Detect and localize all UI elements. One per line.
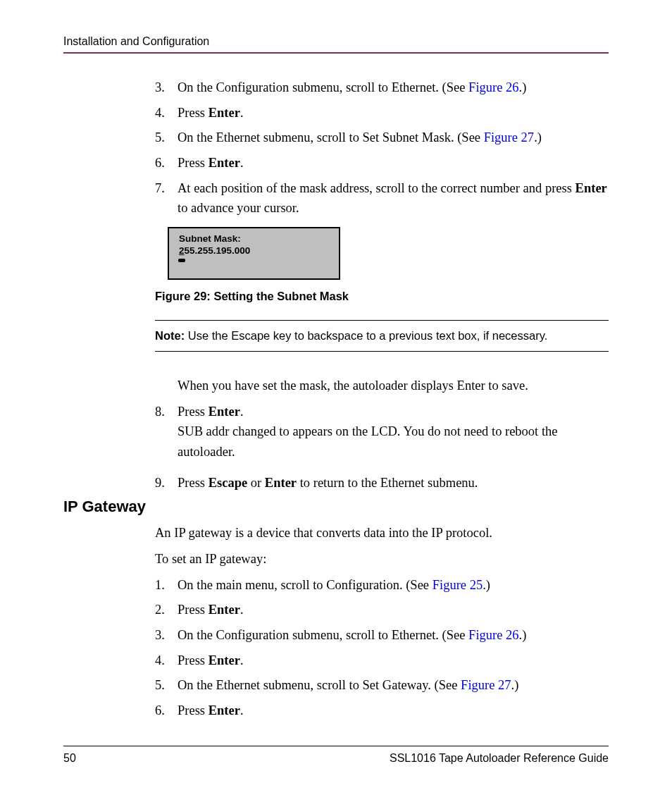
step-number: 5. [155, 128, 178, 148]
step-number: 1. [155, 575, 178, 596]
text-fragment: Press [178, 106, 209, 120]
step-item: 4. Press Enter. [155, 651, 609, 671]
text-fragment: Press [178, 703, 209, 717]
step-number: 7. [155, 178, 178, 218]
text-fragment: or [247, 476, 265, 490]
text-fragment: . [240, 405, 244, 419]
page-header: Installation and Configuration [63, 35, 609, 54]
paragraph: When you have set the mask, the autoload… [178, 376, 609, 396]
bold-text: Enter [209, 405, 240, 419]
step-list-a: 3. On the Configuration submenu, scroll … [155, 78, 609, 218]
step-item: 2. Press Enter. [155, 600, 609, 620]
step-number: 6. [155, 701, 178, 721]
page-number: 50 [63, 752, 76, 765]
step-number: 6. [155, 153, 178, 173]
text-fragment: Press [178, 156, 209, 170]
section-heading: IP Gateway [63, 498, 154, 516]
text-fragment: . [240, 603, 244, 617]
note-text: Use the Escape key to backspace to a pre… [185, 329, 547, 342]
lcd-line-1: Subnet Mask: [179, 233, 329, 245]
text-fragment: to return to the Ethernet submenu. [297, 476, 478, 490]
step-text: On the main menu, scroll to Configuratio… [178, 575, 609, 596]
step-text: At each position of the mask address, sc… [178, 178, 609, 218]
text-fragment: At each position of the mask address, sc… [178, 181, 575, 195]
step-item: 3. On the Configuration submenu, scroll … [155, 78, 609, 98]
step-number: 4. [155, 651, 178, 671]
text-fragment: Press [178, 603, 209, 617]
bold-text: Escape [209, 476, 248, 490]
step-number: 8. [155, 402, 178, 468]
text-fragment: .) [519, 628, 527, 642]
lcd-display: Subnet Mask: 2 55.255.195.000 [168, 227, 340, 280]
content-area: 3. On the Configuration submenu, scroll … [63, 78, 609, 721]
figure-link[interactable]: Figure 27 [461, 678, 511, 692]
step-item: 8. Press Enter. SUB addr changed to appe… [155, 402, 609, 468]
header-title: Installation and Configuration [63, 35, 209, 47]
step-text: On the Configuration submenu, scroll to … [178, 78, 609, 98]
step-list-c: 1. On the main menu, scroll to Configura… [155, 575, 609, 721]
step-number: 5. [155, 675, 178, 696]
paragraph: An IP gateway is a device that converts … [155, 523, 609, 543]
text-fragment: to advance your cursor. [178, 201, 299, 215]
bold-text: Enter [209, 703, 240, 717]
step-item: 6. Press Enter. [155, 701, 609, 721]
text-fragment: Press [178, 405, 209, 419]
text-fragment: .) [519, 80, 527, 94]
step-item: 9. Press Escape or Enter to return to th… [155, 473, 609, 493]
page: Installation and Configuration 3. On the… [0, 0, 672, 807]
text-fragment: On the main menu, scroll to Configuratio… [178, 578, 433, 592]
bold-text: Enter [209, 106, 240, 120]
step-text: Press Enter. [178, 103, 609, 123]
step-text: Press Enter. [178, 600, 609, 620]
step-list-b: 8. Press Enter. SUB addr changed to appe… [155, 402, 609, 493]
step-number: 3. [155, 78, 178, 98]
step-item: 5. On the Ethernet submenu, scroll to Se… [155, 128, 609, 148]
text-fragment: . [240, 106, 244, 120]
text-fragment: On the Configuration submenu, scroll to … [178, 80, 468, 94]
text-fragment: On the Ethernet submenu, scroll to Set G… [178, 678, 461, 692]
note-label: Note: [155, 329, 185, 342]
step-text: Press Enter. [178, 153, 609, 173]
page-footer: 50 SSL1016 Tape Autoloader Reference Gui… [63, 746, 609, 765]
section-ip-gateway: IP Gateway An IP gateway is a device tha… [63, 498, 609, 720]
step-item: 7. At each position of the mask address,… [155, 178, 609, 218]
text-fragment: .) [511, 678, 519, 692]
step-text: Press Enter. [178, 651, 609, 671]
text-fragment: .) [534, 130, 542, 144]
figure-caption: Figure 29: Setting the Subnet Mask [155, 290, 609, 303]
bold-text: Enter [209, 603, 240, 617]
text-fragment: On the Configuration submenu, scroll to … [178, 628, 468, 642]
text-fragment: Press [178, 653, 209, 667]
step-item: 6. Press Enter. [155, 153, 609, 173]
doc-title: SSL1016 Tape Autoloader Reference Guide [390, 752, 609, 765]
figure-link[interactable]: Figure 26 [468, 628, 518, 642]
text-fragment: . [240, 703, 244, 717]
step-text: On the Ethernet submenu, scroll to Set S… [178, 128, 609, 148]
lcd-cursor-char: 2 [179, 245, 185, 256]
lcd-line-rest: 55.255.195.000 [185, 245, 251, 256]
lcd-cursor: 2 [179, 245, 185, 257]
paragraph: To set an IP gateway: [155, 549, 609, 569]
text-fragment: . [240, 653, 244, 667]
step-text: Press Enter. SUB addr changed to appears… [178, 402, 609, 468]
step-number: 3. [155, 625, 178, 646]
figure-link[interactable]: Figure 26 [468, 80, 518, 94]
step-text: Press Escape or Enter to return to the E… [178, 473, 609, 493]
bold-text: Enter [209, 653, 240, 667]
step-item: 4. Press Enter. [155, 103, 609, 123]
bold-text: Enter [209, 156, 240, 170]
lcd-line-2: 2 55.255.195.000 [179, 245, 329, 257]
lcd-cursor-dot [178, 259, 185, 262]
step-subtext: SUB addr changed to appears on the LCD. … [178, 421, 609, 462]
step-number: 9. [155, 473, 178, 493]
text-fragment: .) [483, 578, 490, 592]
figure-link[interactable]: Figure 27 [484, 130, 534, 144]
step-text: Press Enter. [178, 701, 609, 721]
text-fragment: Press [178, 476, 209, 490]
step-text: On the Ethernet submenu, scroll to Set G… [178, 675, 609, 696]
step-text: On the Configuration submenu, scroll to … [178, 625, 609, 646]
text-fragment: On the Ethernet submenu, scroll to Set S… [178, 130, 484, 144]
bold-text: Enter [265, 476, 297, 490]
figure-link[interactable]: Figure 25 [433, 578, 483, 592]
note-box: Note: Use the Escape key to backspace to… [155, 320, 609, 352]
